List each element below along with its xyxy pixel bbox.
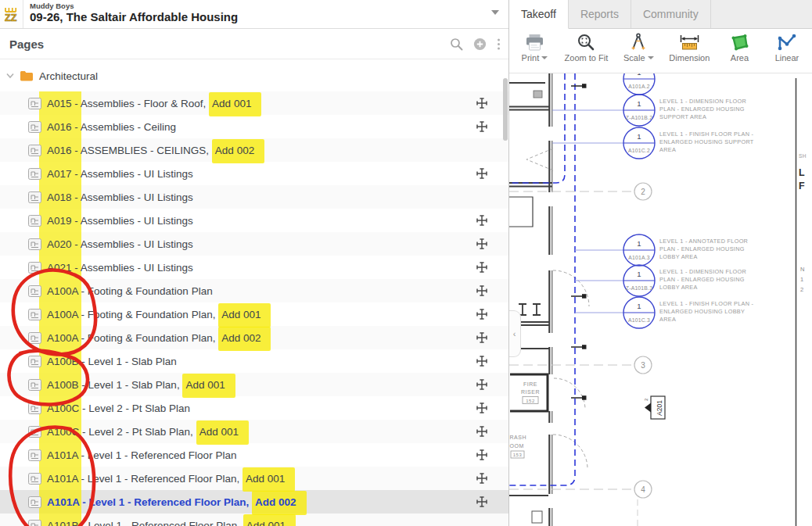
move-page-icon[interactable] [476,356,487,367]
page-list-item[interactable]: A100B - Level 1 - Slab Plan [0,349,508,373]
kebab-menu-icon[interactable] [497,38,501,51]
add-page-icon[interactable] [473,38,487,51]
viewer-panel: Takeoff Reports Community Print [509,0,812,526]
pages-scrollbar[interactable] [503,78,508,141]
matchline-ticks [571,84,587,400]
page-list-item[interactable]: A100C - Level 2 - Pt Slab Plan, Add 001 [0,420,508,443]
sheet-number: A101B [47,520,79,526]
page-list-item[interactable]: A016 - Assemblies - Ceiling [0,115,508,138]
search-icon[interactable] [450,38,463,51]
svg-text:LEVEL 1 - ANNOTATED FLOOR: LEVEL 1 - ANNOTATED FLOOR [659,238,748,245]
sheet-margin-text: SHLFN12 [799,153,807,293]
collapse-panel-handle[interactable]: ‹ [509,310,521,357]
page-thumbnail-icon [28,121,41,133]
svg-text:1: 1 [800,276,803,283]
project-header[interactable]: ZZ Muddy Boys 09-26, The Saltair Afforda… [0,0,508,29]
detail-callout: 1A101C.2LEVEL 1 - FINISH FLOOR PLAN -ENL… [623,127,754,159]
page-list-item[interactable]: A101A - Level 1 - Referenced Floor Plan,… [0,467,508,490]
page-list-item[interactable]: A100A - Footing & Foundation Plan [0,279,508,302]
move-page-icon[interactable] [476,426,487,437]
page-list-item[interactable]: A018 - Assemblies - UI Listings [0,185,508,209]
sheet-number: A019 [47,215,72,227]
svg-text:OOM: OOM [510,443,524,449]
svg-text:1: 1 [637,270,641,278]
move-page-icon[interactable] [476,98,487,109]
tab-community[interactable]: Community [631,0,711,28]
folder-row-architectural[interactable]: Architectural [0,66,508,86]
page-thumbnail-icon [28,145,41,156]
scale-button[interactable]: Scale [616,32,662,63]
grid-bubble: 2 [634,183,652,200]
print-button[interactable]: Print [512,32,557,63]
page-thumbnail-icon [28,520,41,526]
app-window: ZZ Muddy Boys 09-26, The Saltair Afforda… [0,0,812,526]
svg-text:SH: SH [799,153,807,159]
svg-text:ZZ: ZZ [5,13,17,23]
revision-suffix: Add 001 [182,374,235,398]
page-list-item[interactable]: A100A - Footing & Foundation Plan, Add 0… [0,326,508,349]
move-page-icon[interactable] [476,121,487,132]
scale-caret-icon [648,56,654,59]
page-list-item[interactable]: A100A - Footing & Foundation Plan, Add 0… [0,302,508,326]
move-page-icon[interactable] [476,403,487,413]
tab-reports[interactable]: Reports [569,0,631,28]
pages-title: Pages [9,38,44,51]
svg-text:N: N [800,266,804,273]
page-list-item[interactable]: A100B - Level 1 - Slab Plan, Add 001 [0,373,508,396]
linear-polyline-icon [777,33,796,52]
move-page-icon[interactable] [476,309,487,320]
zoom-to-fit-button[interactable]: Zoom to Fit [557,32,616,63]
area-button[interactable]: Area [717,32,762,63]
plan-canvas[interactable]: ‹ FIRERISER152RASHOOM1532341A101A.2SUPPO… [509,73,812,526]
move-page-icon[interactable] [476,332,487,343]
page-list-item[interactable]: A017 - Assemblies - UI Listings [0,162,508,185]
page-label: A100A - Footing & Foundation Plan, Add 0… [47,332,271,344]
move-page-icon[interactable] [476,215,487,226]
move-page-icon[interactable] [476,285,487,296]
move-page-icon[interactable] [476,168,487,179]
page-list-item[interactable]: A101B - Level 1 - Referenced Floor Plan,… [0,513,508,526]
move-page-icon[interactable] [476,496,487,507]
page-label: A021 - Assemblies - UI Listings [47,262,193,274]
page-label: A101A - Level 1 - Referenced Floor Plan,… [47,496,307,508]
project-dropdown-caret-icon[interactable] [491,10,499,15]
revision-suffix: Add 002 [212,139,264,163]
column-symbols [519,304,541,315]
page-list-item[interactable]: A100C - Level 2 - Pt Slab Plan [0,396,508,420]
page-list-item[interactable]: A101A - Level 1 - Referenced Floor Plan [0,443,508,467]
svg-text:Z-A101B.2: Z-A101B.2 [626,115,652,120]
zoom-fit-icon [577,33,595,52]
door-swing-arcs [526,148,589,469]
linear-button[interactable]: Linear [762,32,812,63]
tab-takeoff[interactable]: Takeoff [509,0,569,29]
grid-bubble: 4 [634,481,652,498]
sheet-number: A100B [47,356,79,367]
move-page-icon[interactable] [476,262,487,273]
page-thumbnail-icon [28,473,41,485]
page-label: A015 - Assemblies - Floor & Roof, Add 00… [47,98,261,109]
detail-callout: 1A101C.3LEVEL 1 - FINISH FLOOR PLAN -ENL… [623,297,754,328]
svg-text:L: L [799,167,805,178]
page-list-item[interactable]: A019 - Assemblies - UI Listings [0,209,508,232]
move-page-icon[interactable] [476,238,487,249]
page-list-item[interactable]: A020 - Assemblies - UI Listings [0,232,508,256]
svg-text:RISER: RISER [521,389,540,395]
dimension-button[interactable]: Dimension [662,32,717,63]
svg-text:ENLARGED HOUSING LOBBY: ENLARGED HOUSING LOBBY [659,308,745,315]
svg-text:A101C.3: A101C.3 [628,317,650,323]
project-title: 09-26, The Saltair Affordable Housing [30,11,238,24]
svg-text:2: 2 [800,286,803,293]
sheet-number: A100B [47,379,79,391]
move-page-icon[interactable] [476,379,487,390]
move-page-icon[interactable] [476,473,487,484]
sheet-number: A016 [47,121,72,133]
chevron-down-icon[interactable] [6,73,14,79]
page-list-item[interactable]: A016 - ASSEMBLIES - CEILINGS, Add 002 [0,138,508,162]
svg-text:PLAN - ENLARGED HOUSING: PLAN - ENLARGED HOUSING [659,276,745,283]
page-list-item[interactable]: A101A - Level 1 - Referenced Floor Plan,… [0,490,508,513]
page-list-item[interactable]: A015 - Assemblies - Floor & Roof, Add 00… [0,91,508,115]
move-page-icon[interactable] [476,449,487,460]
svg-text:AREA: AREA [659,146,676,153]
page-list-item[interactable]: A021 - Assemblies - UI Listings [0,256,508,279]
muddy-boys-logo: ZZ [3,6,20,22]
